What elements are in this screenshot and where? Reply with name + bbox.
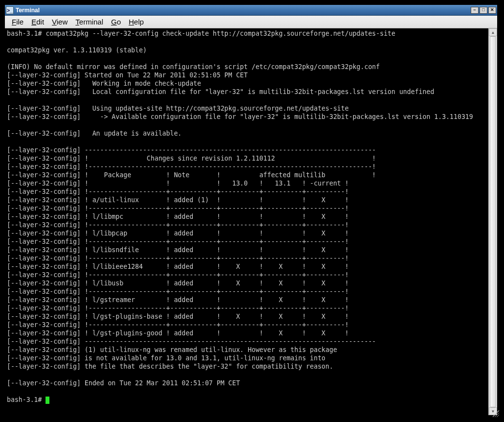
menu-go[interactable]: Go bbox=[107, 17, 125, 27]
terminal-window: >_ Terminal − □ ✕ File Edit View Termina… bbox=[4, 4, 498, 416]
maximize-button[interactable]: □ bbox=[480, 7, 487, 14]
terminal-icon: >_ bbox=[6, 6, 14, 14]
scroll-thumb[interactable] bbox=[490, 36, 496, 407]
titlebar-buttons: − □ ✕ bbox=[471, 7, 496, 14]
terminal-body: bash-3.1# compat32pkg --layer-32-config … bbox=[5, 28, 497, 415]
menubar: File Edit View Terminal Go Help bbox=[5, 16, 497, 28]
menu-terminal[interactable]: Terminal bbox=[71, 17, 107, 27]
menu-file[interactable]: File bbox=[8, 17, 27, 27]
scroll-track[interactable] bbox=[489, 36, 497, 407]
window-title: Terminal bbox=[16, 7, 471, 14]
resize-grip-icon[interactable] bbox=[492, 410, 499, 417]
titlebar[interactable]: >_ Terminal − □ ✕ bbox=[5, 5, 497, 16]
menu-edit[interactable]: Edit bbox=[27, 17, 48, 27]
close-button[interactable]: ✕ bbox=[488, 7, 496, 14]
terminal-output[interactable]: bash-3.1# compat32pkg --layer-32-config … bbox=[5, 28, 488, 415]
menu-help[interactable]: Help bbox=[125, 17, 148, 27]
scroll-up-button[interactable]: ▲ bbox=[489, 28, 497, 36]
scrollbar[interactable]: ▲ ▼ bbox=[488, 28, 497, 415]
minimize-button[interactable]: − bbox=[471, 7, 479, 14]
cursor bbox=[46, 397, 49, 404]
menu-view[interactable]: View bbox=[48, 17, 71, 27]
